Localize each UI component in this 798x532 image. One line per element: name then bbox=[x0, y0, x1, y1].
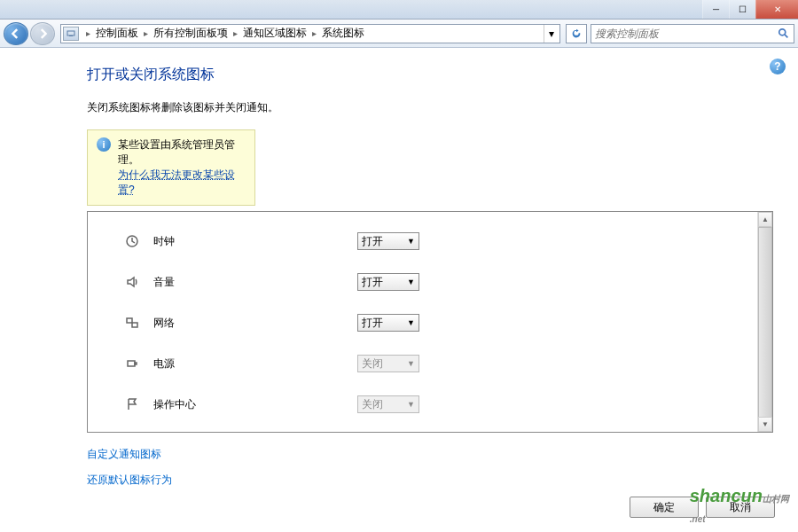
flag-icon bbox=[123, 395, 141, 413]
svg-rect-6 bbox=[132, 323, 137, 327]
list-row-network: 网络 打开▼ bbox=[123, 302, 737, 343]
list-row-actioncenter: 操作中心 关闭▼ bbox=[123, 384, 737, 425]
search-box[interactable] bbox=[591, 24, 794, 43]
address-dropdown[interactable]: ▾ bbox=[544, 25, 558, 43]
customize-link[interactable]: 自定义通知图标 bbox=[87, 447, 773, 462]
page-description: 关闭系统图标将删除该图标并关闭通知。 bbox=[87, 100, 773, 115]
svg-line-3 bbox=[785, 34, 788, 37]
network-select[interactable]: 打开▼ bbox=[357, 314, 419, 332]
watermark: shancun山村网.net bbox=[690, 486, 789, 527]
info-text: 某些设置由系统管理员管理。 bbox=[118, 137, 246, 168]
navigation-bar: ▸ 控制面板 ▸ 所有控制面板项 ▸ 通知区域图标 ▸ 系统图标 ▾ bbox=[0, 20, 798, 48]
minimize-button[interactable]: ─ bbox=[702, 0, 729, 19]
row-label: 电源 bbox=[153, 356, 357, 372]
clock-select[interactable]: 打开▼ bbox=[357, 232, 419, 250]
refresh-button[interactable] bbox=[566, 24, 587, 43]
search-icon bbox=[778, 27, 790, 40]
help-icon[interactable]: ? bbox=[770, 59, 786, 74]
chevron-right-icon: ▸ bbox=[140, 28, 152, 38]
svg-rect-7 bbox=[128, 361, 135, 366]
link-section: 自定义通知图标 还原默认图标行为 bbox=[87, 447, 773, 488]
chevron-right-icon: ▸ bbox=[82, 28, 94, 38]
computer-icon bbox=[63, 27, 79, 41]
list-row-clock: 时钟 打开▼ bbox=[123, 221, 737, 262]
chevron-right-icon: ▸ bbox=[230, 28, 241, 38]
address-bar[interactable]: ▸ 控制面板 ▸ 所有控制面板项 ▸ 通知区域图标 ▸ 系统图标 ▾ bbox=[60, 24, 560, 43]
power-icon bbox=[123, 355, 141, 372]
actioncenter-select: 关闭▼ bbox=[357, 395, 419, 413]
clock-icon bbox=[123, 232, 141, 250]
row-label: 操作中心 bbox=[153, 397, 357, 412]
ok-button[interactable]: 确定 bbox=[630, 497, 699, 518]
chevron-right-icon: ▸ bbox=[309, 28, 320, 38]
forward-button[interactable] bbox=[30, 22, 55, 45]
power-select: 关闭▼ bbox=[357, 355, 419, 372]
close-button[interactable]: ✕ bbox=[755, 0, 798, 19]
content-area: ? 打开或关闭系统图标 关闭系统图标将删除该图标并关闭通知。 i 某些设置由系统… bbox=[0, 48, 798, 532]
breadcrumb-item[interactable]: 所有控制面板项 bbox=[152, 26, 230, 41]
breadcrumb-item[interactable]: 系统图标 bbox=[320, 26, 366, 41]
breadcrumb-item[interactable]: 控制面板 bbox=[94, 26, 140, 41]
svg-rect-5 bbox=[127, 318, 132, 323]
admin-info-box: i 某些设置由系统管理员管理。 为什么我无法更改某些设置? bbox=[87, 129, 255, 206]
list-row-volume: 音量 打开▼ bbox=[123, 262, 737, 302]
scroll-down-button[interactable]: ▼ bbox=[758, 417, 772, 432]
maximize-button[interactable]: ☐ bbox=[729, 0, 755, 19]
page-title: 打开或关闭系统图标 bbox=[87, 66, 773, 84]
scroll-up-button[interactable]: ▲ bbox=[758, 212, 772, 227]
scroll-thumb[interactable] bbox=[758, 227, 772, 419]
back-button[interactable] bbox=[4, 22, 28, 45]
row-label: 网络 bbox=[153, 316, 357, 331]
volume-select[interactable]: 打开▼ bbox=[357, 273, 419, 291]
info-link[interactable]: 为什么我无法更改某些设置? bbox=[118, 168, 235, 196]
window-titlebar: ─ ☐ ✕ bbox=[0, 0, 798, 20]
row-label: 时钟 bbox=[153, 234, 357, 249]
volume-icon bbox=[123, 273, 141, 291]
info-icon: i bbox=[97, 137, 111, 152]
svg-rect-8 bbox=[135, 363, 137, 364]
network-icon bbox=[123, 314, 141, 332]
icons-list: 时钟 打开▼ 音量 打开▼ 网络 打开▼ 电源 关闭▼ 操作中心 关闭▼ bbox=[87, 211, 773, 433]
svg-rect-0 bbox=[67, 31, 74, 35]
list-row-power: 电源 关闭▼ bbox=[123, 343, 737, 384]
row-label: 音量 bbox=[153, 275, 357, 290]
restore-link[interactable]: 还原默认图标行为 bbox=[87, 473, 773, 488]
breadcrumb-item[interactable]: 通知区域图标 bbox=[241, 26, 309, 41]
svg-point-2 bbox=[779, 28, 786, 35]
svg-rect-1 bbox=[69, 35, 73, 36]
search-input[interactable] bbox=[595, 27, 778, 40]
scrollbar[interactable]: ▲ ▼ bbox=[757, 212, 772, 432]
